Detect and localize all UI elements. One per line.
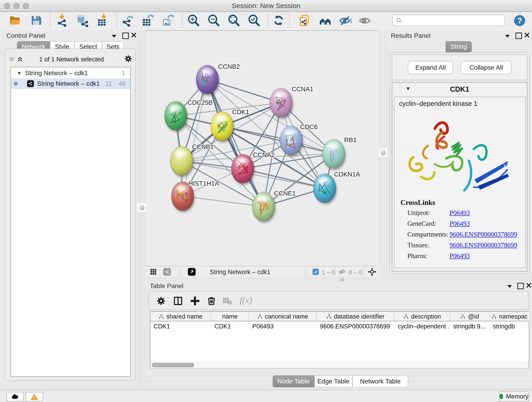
zoom-selected-icon[interactable] [247, 14, 260, 27]
close-panel-icon[interactable] [526, 283, 532, 288]
grid-view-icon[interactable] [150, 268, 157, 275]
tree-expand-icon[interactable]: ▼ [17, 70, 22, 76]
open-session-icon[interactable] [8, 14, 22, 27]
horizontal-splitter-handle[interactable] [340, 278, 344, 281]
panel-menu-icon[interactable] [505, 34, 510, 38]
float-panel-icon[interactable] [122, 32, 129, 39]
tab-edge-table[interactable]: Edge Table [314, 375, 352, 387]
table-cell[interactable]: CDK1 [211, 321, 249, 332]
import-network-icon[interactable] [55, 14, 69, 27]
tab-node-table[interactable]: Node Table [273, 375, 314, 387]
selected-checkbox[interactable] [312, 269, 319, 275]
panel-menu-icon[interactable] [507, 285, 512, 288]
network-node-CCNB1[interactable] [171, 147, 193, 175]
crosslink-uniprot[interactable]: P06493 [450, 209, 470, 217]
crosslink-tissues[interactable]: 9606.ENSP00000378699 [450, 241, 517, 249]
network-edge-HIST1H1A-CCNE1[interactable] [183, 196, 264, 206]
node-label-RB1: RB1 [344, 136, 356, 143]
export-image-icon[interactable] [161, 14, 174, 27]
left-splitter-handle[interactable] [137, 203, 146, 212]
export-table-icon[interactable] [141, 14, 154, 27]
function-builder-icon: f(x) [240, 295, 253, 306]
refresh-icon[interactable] [272, 14, 285, 27]
help-icon[interactable]: ? [514, 15, 526, 27]
zoom-in-icon[interactable] [187, 14, 200, 27]
table-cell[interactable]: stringdb [490, 321, 530, 332]
network-canvas[interactable]: CCNB2CCNA1CDC25BCDK1CDC6RB1CCNB1CCNA2CDK… [145, 30, 379, 266]
panel-menu-icon[interactable] [111, 34, 117, 38]
crosslinks-heading: CrossLinks [400, 198, 435, 207]
network-node-CDC6[interactable] [280, 126, 302, 155]
table-cell[interactable]: P06493 [249, 321, 317, 332]
network-node-CDK1[interactable] [211, 112, 233, 141]
network-edge-CCNB2-CCNE1[interactable] [207, 80, 264, 206]
split-panel-icon[interactable] [173, 296, 183, 306]
search-field[interactable] [392, 15, 505, 26]
network-row[interactable]: String Network – cdk1 11 48 [11, 78, 130, 89]
table-cell[interactable]: CDK1 [150, 321, 211, 332]
close-panel-icon[interactable] [131, 32, 137, 38]
column-header-4[interactable]: description [394, 312, 450, 321]
network-options-gear-icon[interactable] [124, 55, 133, 63]
horizontal-splitter[interactable] [145, 277, 532, 282]
network-node-CCNE1[interactable] [252, 192, 275, 221]
table-horizontal-scrollbar[interactable] [150, 362, 529, 368]
zoom-fit-icon[interactable] [227, 14, 240, 27]
tab-string[interactable]: String [446, 41, 472, 52]
cloud-button[interactable] [6, 392, 24, 402]
collapse-all-button[interactable]: Collapse All [461, 61, 511, 74]
column-header-6[interactable]: namespac [490, 312, 530, 321]
warnings-button[interactable] [26, 392, 43, 402]
network-edge-CCNA2-CDKN1A[interactable] [243, 169, 325, 188]
zoom-out-icon[interactable] [207, 14, 220, 27]
float-panel-icon[interactable] [515, 32, 522, 39]
crosslink-compartments[interactable]: 9606.ENSP00000378699 [450, 230, 517, 238]
network-type-icon [27, 80, 34, 87]
expand-all-button[interactable]: Expand All [408, 61, 453, 74]
add-column-icon[interactable] [190, 296, 200, 306]
expand-all-chevron-icon[interactable] [17, 56, 23, 62]
search-input[interactable] [402, 17, 500, 24]
results-panel-title: Results Panel [391, 32, 431, 39]
duplicate-network-icon[interactable] [298, 14, 311, 27]
network-node-RB1[interactable] [322, 139, 345, 168]
birds-eye-navigator-icon[interactable] [368, 268, 376, 276]
scrollbar-thumb[interactable] [152, 363, 194, 367]
crosslink-genecard[interactable]: P06493 [450, 220, 470, 227]
memory-button[interactable]: Memory [499, 391, 529, 402]
column-header-3[interactable]: database identifier [317, 312, 394, 321]
open-in-window-icon[interactable] [188, 268, 196, 276]
import-database-icon[interactable] [75, 14, 89, 27]
table-options-gear-icon[interactable] [156, 296, 166, 306]
network-view-toolbar: String Network – cdk1 1 – 0 0 – 0 [145, 266, 379, 277]
float-panel-icon[interactable] [517, 283, 524, 289]
network-selection-status: 1 of 1 Network selected [26, 56, 117, 63]
network-node-CDC25B[interactable] [165, 101, 187, 130]
column-header-0[interactable]: shared name [150, 312, 211, 321]
show-all-eye-icon[interactable] [358, 14, 371, 27]
column-header-2[interactable]: canonical name [249, 312, 317, 321]
column-header-1[interactable]: name [211, 312, 249, 321]
right-splitter-handle[interactable] [379, 148, 388, 157]
table-cell[interactable]: 9606.ENSP00000378699 [317, 321, 394, 332]
delete-table-icon[interactable] [223, 297, 232, 305]
first-neighbors-icon[interactable] [319, 14, 332, 27]
network-node-CDKN1A[interactable] [313, 174, 336, 203]
collapse-all-chevron-icon[interactable] [9, 56, 15, 62]
tab-network-table[interactable]: Network Table [352, 375, 408, 387]
table-cell[interactable]: cyclin–dependent ... [394, 321, 450, 332]
hide-selected-eye-icon[interactable] [338, 14, 352, 27]
network-node-CCNB2[interactable] [196, 65, 219, 94]
import-table-icon[interactable] [95, 14, 109, 27]
network-collection-row[interactable]: ▼ String Network – cdk1 1 [11, 68, 130, 78]
close-panel-icon[interactable] [524, 32, 530, 38]
network-node-CCNA2[interactable] [231, 154, 254, 183]
column-header-5[interactable]: @id [450, 312, 490, 321]
export-network-icon[interactable] [121, 14, 134, 27]
share-view-icon[interactable] [163, 268, 171, 276]
save-session-icon[interactable] [30, 14, 43, 27]
delete-column-icon[interactable] [207, 296, 216, 306]
crosslink-pharos[interactable]: P06493 [450, 252, 470, 260]
network-node-CCNA1[interactable] [270, 88, 292, 117]
table-cell[interactable]: stringdb:9... [450, 321, 490, 332]
